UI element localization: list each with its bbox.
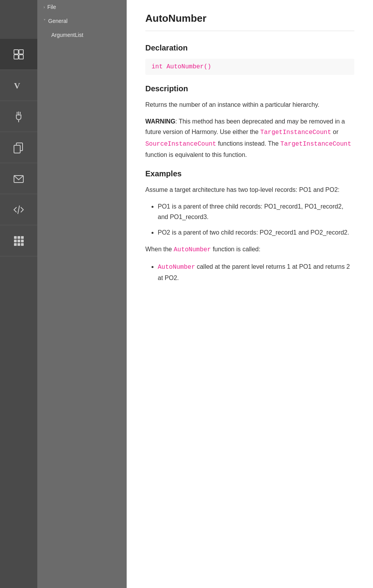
link-source-instance-count[interactable]: SourceInstanceCount: [145, 141, 216, 148]
examples-list-1: PO1 is a parent of three child records: …: [145, 201, 354, 238]
code-function-autonumber: AutoNumber(): [166, 63, 211, 70]
main-content: AutoNumber Declaration int AutoNumber() …: [127, 0, 373, 588]
svg-rect-3: [19, 55, 23, 59]
examples-list-2: AutoNumber called at the parent level re…: [145, 261, 354, 283]
examples-mid-paragraph: When the AutoNumber function is called:: [145, 244, 354, 255]
warning-bold-text: WARNING: [145, 118, 175, 125]
svg-rect-18: [17, 243, 20, 246]
icon-copy[interactable]: [0, 132, 37, 163]
link-autonumber-list[interactable]: AutoNumber: [158, 264, 195, 271]
sidebar-item-argumentlist-label: ArgumentList: [51, 32, 83, 38]
icon-bar: V: [0, 0, 37, 588]
sidebar-item-file-label: File: [47, 4, 56, 10]
list-item-po2: PO2 is a parent of two child records: PO…: [158, 227, 354, 238]
description-paragraph-1: Returns the number of an instance within…: [145, 99, 354, 110]
svg-rect-0: [14, 50, 18, 54]
icon-code[interactable]: [0, 194, 37, 225]
svg-rect-2: [14, 55, 18, 59]
code-declaration: int AutoNumber(): [145, 59, 354, 75]
link-autonumber-mid[interactable]: AutoNumber: [174, 246, 211, 253]
link-target-instance-count-1[interactable]: TargetInstanceCount: [260, 129, 331, 136]
icon-grid[interactable]: [0, 225, 37, 256]
list-item-po1: PO1 is a parent of three child records: …: [158, 201, 354, 222]
code-keyword-int: int: [152, 63, 163, 70]
icon-variables[interactable]: V: [0, 70, 37, 101]
icon-mail[interactable]: [0, 163, 37, 194]
examples-intro: Assume a target architecture has two top…: [145, 184, 354, 195]
icon-table[interactable]: [0, 39, 37, 70]
icon-plug[interactable]: [0, 101, 37, 132]
declaration-heading: Declaration: [145, 43, 354, 52]
svg-rect-14: [14, 240, 17, 242]
svg-line-10: [18, 206, 19, 214]
list-item-autonumber-result: AutoNumber called at the parent level re…: [158, 261, 354, 283]
chevron-right-icon: ›: [44, 5, 45, 9]
link-target-instance-count-2[interactable]: TargetInstanceCount: [281, 141, 351, 148]
svg-rect-12: [17, 236, 20, 239]
svg-rect-1: [19, 50, 23, 54]
sidebar: › File ˅ General ArgumentList: [37, 0, 127, 588]
sidebar-item-general-label: General: [48, 18, 68, 24]
svg-rect-17: [14, 243, 17, 246]
sidebar-item-file[interactable]: › File: [37, 0, 127, 14]
svg-rect-11: [14, 236, 17, 239]
description-heading: Description: [145, 84, 354, 93]
svg-rect-8: [14, 145, 20, 153]
page-title: AutoNumber: [145, 12, 354, 31]
chevron-down-icon: ˅: [44, 19, 46, 24]
svg-rect-13: [21, 236, 24, 239]
examples-heading: Examples: [145, 169, 354, 178]
svg-rect-15: [17, 240, 20, 242]
sidebar-item-general[interactable]: ˅ General: [37, 14, 127, 28]
svg-text:V: V: [14, 81, 20, 90]
sidebar-item-argumentlist[interactable]: ArgumentList: [37, 28, 127, 42]
description-paragraph-2: WARNING: This method has been deprecated…: [145, 116, 354, 160]
svg-rect-16: [21, 240, 24, 242]
svg-rect-19: [21, 243, 24, 246]
